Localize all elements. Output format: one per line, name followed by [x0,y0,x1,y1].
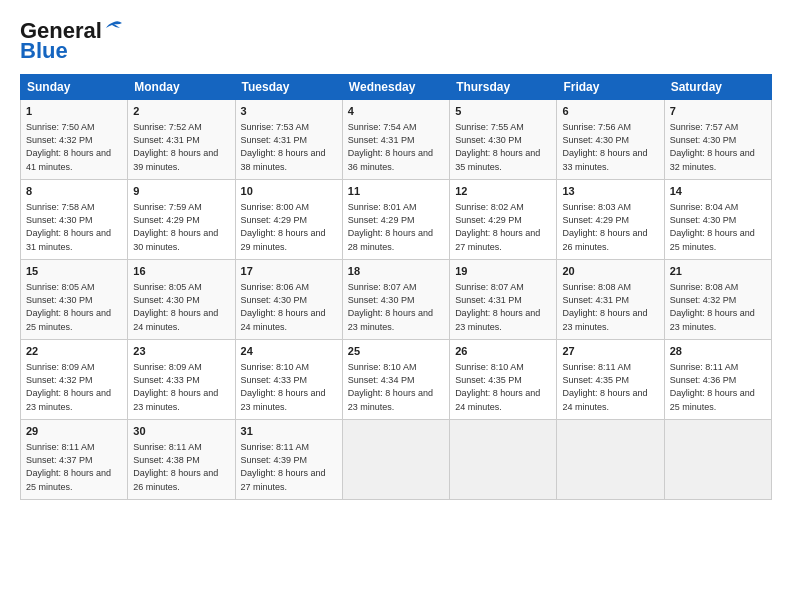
day-info: Sunrise: 8:03 AMSunset: 4:29 PMDaylight:… [562,201,658,253]
calendar-week-1: 8Sunrise: 7:58 AMSunset: 4:30 PMDaylight… [21,180,772,260]
page: General Blue SundayMondayTuesdayWednesda… [0,0,792,510]
day-info: Sunrise: 7:58 AMSunset: 4:30 PMDaylight:… [26,201,122,253]
calendar-week-4: 29Sunrise: 8:11 AMSunset: 4:37 PMDayligh… [21,420,772,500]
header-cell-friday: Friday [557,75,664,100]
day-info: Sunrise: 8:11 AMSunset: 4:35 PMDaylight:… [562,361,658,413]
calendar-week-0: 1Sunrise: 7:50 AMSunset: 4:32 PMDaylight… [21,100,772,180]
day-info: Sunrise: 8:11 AMSunset: 4:39 PMDaylight:… [241,441,337,493]
day-number: 8 [26,184,122,199]
calendar-week-3: 22Sunrise: 8:09 AMSunset: 4:32 PMDayligh… [21,340,772,420]
day-number: 24 [241,344,337,359]
calendar-cell: 6Sunrise: 7:56 AMSunset: 4:30 PMDaylight… [557,100,664,180]
day-info: Sunrise: 7:57 AMSunset: 4:30 PMDaylight:… [670,121,766,173]
calendar-cell: 18Sunrise: 8:07 AMSunset: 4:30 PMDayligh… [342,260,449,340]
day-info: Sunrise: 8:05 AMSunset: 4:30 PMDaylight:… [133,281,229,333]
day-info: Sunrise: 8:02 AMSunset: 4:29 PMDaylight:… [455,201,551,253]
day-number: 31 [241,424,337,439]
day-number: 6 [562,104,658,119]
day-info: Sunrise: 8:00 AMSunset: 4:29 PMDaylight:… [241,201,337,253]
calendar-cell: 19Sunrise: 8:07 AMSunset: 4:31 PMDayligh… [450,260,557,340]
calendar-cell: 30Sunrise: 8:11 AMSunset: 4:38 PMDayligh… [128,420,235,500]
day-info: Sunrise: 7:54 AMSunset: 4:31 PMDaylight:… [348,121,444,173]
calendar-cell: 24Sunrise: 8:10 AMSunset: 4:33 PMDayligh… [235,340,342,420]
calendar-cell: 8Sunrise: 7:58 AMSunset: 4:30 PMDaylight… [21,180,128,260]
logo-bird-icon [104,20,124,38]
day-info: Sunrise: 8:06 AMSunset: 4:30 PMDaylight:… [241,281,337,333]
header-row: SundayMondayTuesdayWednesdayThursdayFrid… [21,75,772,100]
calendar: SundayMondayTuesdayWednesdayThursdayFrid… [20,74,772,500]
day-info: Sunrise: 7:52 AMSunset: 4:31 PMDaylight:… [133,121,229,173]
day-number: 26 [455,344,551,359]
header-cell-sunday: Sunday [21,75,128,100]
day-info: Sunrise: 8:10 AMSunset: 4:34 PMDaylight:… [348,361,444,413]
header-cell-tuesday: Tuesday [235,75,342,100]
day-number: 4 [348,104,444,119]
day-info: Sunrise: 8:01 AMSunset: 4:29 PMDaylight:… [348,201,444,253]
calendar-cell [450,420,557,500]
calendar-cell [664,420,771,500]
calendar-cell: 21Sunrise: 8:08 AMSunset: 4:32 PMDayligh… [664,260,771,340]
day-number: 14 [670,184,766,199]
calendar-body: 1Sunrise: 7:50 AMSunset: 4:32 PMDaylight… [21,100,772,500]
day-number: 25 [348,344,444,359]
day-info: Sunrise: 7:59 AMSunset: 4:29 PMDaylight:… [133,201,229,253]
logo: General Blue [20,18,124,64]
day-info: Sunrise: 8:11 AMSunset: 4:38 PMDaylight:… [133,441,229,493]
day-number: 11 [348,184,444,199]
day-number: 13 [562,184,658,199]
day-info: Sunrise: 8:05 AMSunset: 4:30 PMDaylight:… [26,281,122,333]
day-info: Sunrise: 8:11 AMSunset: 4:36 PMDaylight:… [670,361,766,413]
logo-blue: Blue [20,38,68,64]
calendar-cell: 15Sunrise: 8:05 AMSunset: 4:30 PMDayligh… [21,260,128,340]
header-cell-wednesday: Wednesday [342,75,449,100]
calendar-cell [557,420,664,500]
day-number: 10 [241,184,337,199]
day-info: Sunrise: 8:08 AMSunset: 4:31 PMDaylight:… [562,281,658,333]
day-info: Sunrise: 7:55 AMSunset: 4:30 PMDaylight:… [455,121,551,173]
day-number: 7 [670,104,766,119]
calendar-cell: 31Sunrise: 8:11 AMSunset: 4:39 PMDayligh… [235,420,342,500]
day-number: 9 [133,184,229,199]
day-number: 28 [670,344,766,359]
day-info: Sunrise: 7:50 AMSunset: 4:32 PMDaylight:… [26,121,122,173]
calendar-cell: 10Sunrise: 8:00 AMSunset: 4:29 PMDayligh… [235,180,342,260]
calendar-cell: 27Sunrise: 8:11 AMSunset: 4:35 PMDayligh… [557,340,664,420]
day-info: Sunrise: 8:11 AMSunset: 4:37 PMDaylight:… [26,441,122,493]
day-number: 17 [241,264,337,279]
day-number: 27 [562,344,658,359]
calendar-cell: 29Sunrise: 8:11 AMSunset: 4:37 PMDayligh… [21,420,128,500]
day-info: Sunrise: 8:09 AMSunset: 4:33 PMDaylight:… [133,361,229,413]
day-number: 15 [26,264,122,279]
day-number: 18 [348,264,444,279]
calendar-cell: 16Sunrise: 8:05 AMSunset: 4:30 PMDayligh… [128,260,235,340]
day-number: 30 [133,424,229,439]
header-cell-saturday: Saturday [664,75,771,100]
day-number: 29 [26,424,122,439]
day-number: 2 [133,104,229,119]
calendar-cell: 11Sunrise: 8:01 AMSunset: 4:29 PMDayligh… [342,180,449,260]
header-cell-thursday: Thursday [450,75,557,100]
day-number: 1 [26,104,122,119]
calendar-cell: 13Sunrise: 8:03 AMSunset: 4:29 PMDayligh… [557,180,664,260]
calendar-cell: 26Sunrise: 8:10 AMSunset: 4:35 PMDayligh… [450,340,557,420]
day-info: Sunrise: 8:08 AMSunset: 4:32 PMDaylight:… [670,281,766,333]
calendar-cell: 20Sunrise: 8:08 AMSunset: 4:31 PMDayligh… [557,260,664,340]
day-info: Sunrise: 8:07 AMSunset: 4:31 PMDaylight:… [455,281,551,333]
header: General Blue [20,18,772,64]
day-info: Sunrise: 8:10 AMSunset: 4:33 PMDaylight:… [241,361,337,413]
day-number: 22 [26,344,122,359]
calendar-cell: 3Sunrise: 7:53 AMSunset: 4:31 PMDaylight… [235,100,342,180]
day-info: Sunrise: 8:07 AMSunset: 4:30 PMDaylight:… [348,281,444,333]
calendar-cell: 1Sunrise: 7:50 AMSunset: 4:32 PMDaylight… [21,100,128,180]
day-info: Sunrise: 7:56 AMSunset: 4:30 PMDaylight:… [562,121,658,173]
day-number: 5 [455,104,551,119]
calendar-cell: 7Sunrise: 7:57 AMSunset: 4:30 PMDaylight… [664,100,771,180]
calendar-cell: 12Sunrise: 8:02 AMSunset: 4:29 PMDayligh… [450,180,557,260]
day-number: 23 [133,344,229,359]
day-info: Sunrise: 8:09 AMSunset: 4:32 PMDaylight:… [26,361,122,413]
calendar-cell: 17Sunrise: 8:06 AMSunset: 4:30 PMDayligh… [235,260,342,340]
day-number: 19 [455,264,551,279]
day-number: 21 [670,264,766,279]
day-number: 20 [562,264,658,279]
calendar-header: SundayMondayTuesdayWednesdayThursdayFrid… [21,75,772,100]
